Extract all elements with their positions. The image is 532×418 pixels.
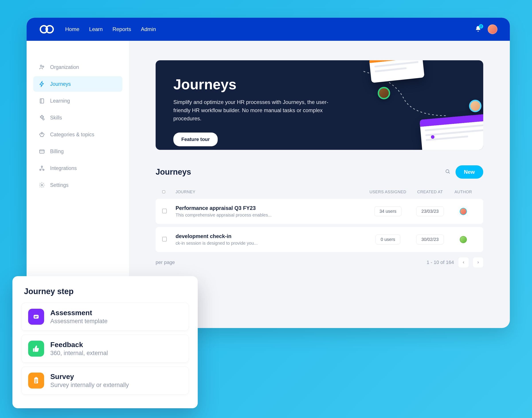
step-survey[interactable]: Survey Survey internally or externally [21, 367, 189, 395]
tag-icon [39, 131, 45, 138]
modal-title: Journey step [21, 287, 189, 296]
row-checkbox[interactable] [162, 237, 167, 241]
row-checkbox[interactable] [162, 209, 167, 213]
sidebar-item-journeys[interactable]: Journeys [33, 76, 122, 92]
step-feedback[interactable]: Feedback 360, internal, external [21, 335, 189, 363]
sidebar-label: Journeys [50, 81, 71, 87]
col-journey: JOURNEY [175, 190, 366, 194]
integrations-icon [39, 165, 45, 172]
created-pill: 30/02/23 [416, 234, 444, 244]
row-title: development check-in [175, 233, 366, 239]
author-avatar [460, 208, 467, 215]
svg-point-2 [40, 65, 42, 67]
pagination: per page 1 - 10 of 164 [156, 257, 483, 267]
new-journey-button[interactable]: New [455, 165, 483, 179]
sidebar-label: Settings [50, 182, 69, 188]
svg-point-5 [43, 119, 44, 120]
col-users: USERS ASSIGNED [366, 190, 410, 194]
section-title: Journeys [156, 167, 191, 177]
topbar: Home Learn Reports Admin 2 [27, 18, 510, 41]
step-subtitle: Assessment template [50, 318, 107, 325]
gear-icon [39, 182, 45, 188]
svg-rect-14 [33, 348, 34, 352]
feature-tour-button[interactable]: Feature tour [173, 133, 218, 146]
svg-point-3 [43, 66, 44, 67]
notification-badge: 2 [479, 24, 483, 29]
svg-rect-4 [40, 99, 44, 103]
learning-icon [39, 97, 45, 104]
table-row[interactable]: Performance appraisal Q3 FY23 This compr… [156, 199, 483, 224]
sidebar-item-learning[interactable]: Learning [33, 93, 122, 109]
sidebar-label: Skills [50, 115, 62, 121]
svg-rect-16 [35, 377, 37, 378]
journeys-icon [39, 81, 45, 87]
step-title: Feedback [50, 341, 108, 349]
pager-next-button[interactable] [473, 257, 483, 267]
hero-subtitle: Simplify and optimize your HR processes … [173, 98, 333, 123]
per-page-label: per page [156, 259, 175, 265]
table-header: JOURNEY USERS ASSIGNED CREATED AT AUTHOR [156, 185, 483, 199]
sidebar-item-billing[interactable]: Billing [33, 144, 122, 159]
journey-step-modal: Journey step Assessment Assessment templ… [12, 276, 198, 408]
feedback-icon [28, 341, 44, 357]
svg-point-12 [446, 170, 449, 173]
created-pill: 23/03/23 [416, 206, 444, 216]
nav-reports[interactable]: Reports [112, 26, 131, 32]
nav-learn[interactable]: Learn [89, 26, 103, 32]
row-title: Performance appraisal Q3 FY23 [175, 205, 366, 211]
notifications-button[interactable]: 2 [475, 25, 481, 33]
sidebar-label: Categories & topics [50, 132, 94, 138]
org-icon [39, 64, 45, 70]
step-subtitle: Survey internally or externally [50, 382, 129, 389]
svg-point-8 [41, 166, 43, 167]
sidebar-label: Billing [50, 149, 64, 154]
nav-home[interactable]: Home [65, 26, 79, 32]
table-row[interactable]: development check-in ck-in session is de… [156, 227, 483, 252]
sidebar-item-integrations[interactable]: Integrations [33, 161, 122, 176]
sidebar-item-categories[interactable]: Categories & topics [33, 127, 122, 142]
step-subtitle: 360, internal, external [50, 350, 108, 357]
nav-admin[interactable]: Admin [141, 26, 156, 32]
step-title: Assessment [50, 309, 107, 317]
col-author: AUTHOR [450, 190, 477, 194]
sidebar-item-settings[interactable]: Settings [33, 177, 122, 193]
pager-prev-button[interactable] [458, 257, 469, 267]
svg-rect-7 [40, 150, 44, 153]
assessment-icon [28, 309, 44, 325]
author-avatar [460, 236, 467, 243]
sidebar-item-skills[interactable]: Skills [33, 110, 122, 126]
row-subtitle: ck-in session is designed to provide you… [175, 241, 366, 246]
pager-range: 1 - 10 of 164 [427, 259, 454, 265]
skills-icon [39, 114, 45, 121]
logo[interactable] [39, 24, 55, 34]
billing-icon [39, 148, 45, 155]
svg-point-6 [41, 133, 42, 134]
survey-icon [28, 372, 44, 389]
step-title: Survey [50, 372, 129, 381]
search-icon[interactable] [445, 169, 451, 175]
col-created: CREATED AT [410, 190, 450, 194]
step-assessment[interactable]: Assessment Assessment template [21, 303, 189, 331]
hero-title: Journeys [173, 76, 465, 93]
row-subtitle: This comprehensive appraisal process ena… [175, 212, 366, 218]
hero-banner: Journeys Simplify and optimize your HR p… [156, 60, 483, 150]
sidebar-label: Integrations [50, 165, 77, 171]
user-avatar[interactable] [488, 24, 497, 34]
hero-decoration [310, 60, 483, 150]
select-all-checkbox[interactable] [162, 190, 165, 193]
sidebar-label: Organization [50, 64, 79, 70]
sidebar-label: Learning [50, 98, 70, 104]
svg-point-11 [41, 184, 43, 186]
sidebar-item-organization[interactable]: Organization [33, 59, 122, 75]
users-pill: 34 users [374, 206, 402, 216]
users-pill: 0 users [375, 234, 400, 244]
